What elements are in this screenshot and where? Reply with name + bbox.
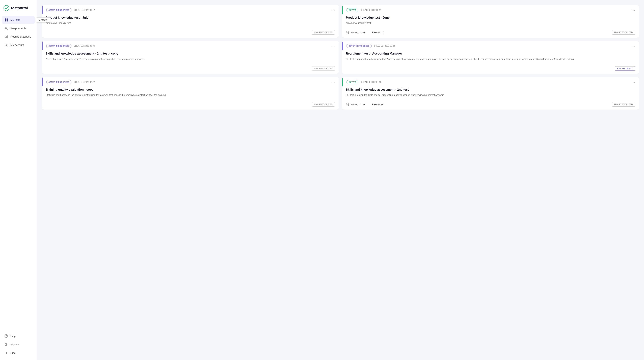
question-icon [4, 334, 8, 338]
card-3-created: CREATED: 2022-08-04 [74, 45, 95, 47]
card-6-footer: -% avg. score Results (0) UNCATEGORIZED [342, 100, 639, 110]
card-3-category: UNCATEGORIZED [312, 66, 335, 71]
card-6-body: Skills and knowledge assessment - 2nd te… [342, 86, 639, 100]
card-5-created: CREATED: 2022-07-27 [74, 81, 95, 83]
card-2-header: ACTIVE CREATED: 2022-08-11 ··· [342, 5, 639, 14]
sidebar-label-my-tests: My tests [10, 19, 20, 22]
sidebar-label-respondents: Respondents [10, 27, 26, 30]
svg-rect-8 [6, 36, 6, 38]
card-5-footer: UNCATEGORIZED [42, 100, 339, 110]
test-card-5: SETUP IN PROGRESS CREATED: 2022-07-27 ··… [42, 77, 339, 110]
signout-icon [4, 342, 8, 346]
sidebar-label-results-database: Results database [10, 35, 31, 38]
grid-icon [4, 18, 8, 22]
card-4-desc: 57. Test end page from the respondents' … [346, 57, 635, 61]
card-1-menu[interactable]: ··· [331, 9, 335, 12]
sidebar-label-my-account: My account [10, 44, 24, 47]
sidebar-bottom: Help Sign out Hide [0, 332, 37, 357]
card-6-created: CREATED: 2022-07-12 [360, 81, 381, 83]
card-4-status-badge: SETUP IN PROGRESS [346, 44, 372, 48]
test-card-3: SETUP IN PROGRESS CREATED: 2022-08-04 ··… [42, 41, 339, 74]
card-4-created: CREATED: 2022-08-04 [374, 45, 395, 47]
card-6-category: UNCATEGORIZED [612, 102, 635, 107]
person-icon [4, 27, 8, 30]
chart-icon [4, 35, 8, 39]
card-5-body: Training quality evaluation - copy Stati… [42, 86, 339, 100]
card-5-title[interactable]: Training quality evaluation - copy [46, 88, 335, 92]
card-2-stat-divider [368, 31, 369, 34]
card-4-body: Recruitment test - Accounting Manager 57… [342, 50, 639, 64]
card-3-footer: UNCATEGORIZED [42, 64, 339, 74]
card-3-menu[interactable]: ··· [331, 44, 335, 48]
card-6-menu[interactable]: ··· [632, 80, 635, 84]
svg-rect-3 [6, 19, 8, 20]
card-3-header: SETUP IN PROGRESS CREATED: 2022-08-04 ··… [42, 41, 339, 50]
card-1-created: CREATED: 2022-08-12 [74, 9, 95, 11]
svg-rect-7 [5, 37, 6, 38]
logo: testportal [0, 3, 37, 16]
card-4-header: SETUP IN PROGRESS CREATED: 2022-08-04 ··… [342, 41, 639, 50]
svg-rect-4 [5, 20, 6, 22]
card-6-avg-score: -% avg. score [346, 103, 365, 106]
avg-score-icon-2 [346, 103, 350, 106]
card-6-desc: 29. Test question (multiple choice) pres… [346, 93, 635, 97]
card-4-category: RECRUITMENT [615, 66, 635, 71]
test-grid: SETUP IN PROGRESS CREATED: 2022-08-12 ··… [42, 5, 639, 110]
sidebar-item-my-tests[interactable]: My tests My tests [2, 16, 35, 24]
card-3-body: Skills and knowledge assessment - 2nd te… [42, 50, 339, 64]
card-4-menu[interactable]: ··· [632, 44, 635, 48]
card-1-status-badge: SETUP IN PROGRESS [46, 8, 72, 12]
sidebar-item-respondents[interactable]: Respondents [2, 25, 35, 32]
sidebar-label-help: Help [10, 335, 16, 337]
svg-rect-9 [7, 36, 8, 38]
card-5-menu[interactable]: ··· [331, 80, 335, 84]
card-6-stats: -% avg. score Results (0) [346, 103, 384, 106]
card-2-results[interactable]: Results (1) [372, 31, 384, 34]
my-tests-tooltip: My tests [36, 18, 50, 23]
card-2-avg-score: -% avg. score [346, 31, 365, 34]
card-2-footer: -% avg. score Results (1) UNCATEGORIZED [342, 28, 639, 38]
card-6-results[interactable]: Results (0) [372, 103, 384, 106]
card-6-status-badge: ACTIVE [346, 80, 358, 84]
card-2-title[interactable]: Product knowledge test - June [346, 16, 635, 20]
card-1-header: SETUP IN PROGRESS CREATED: 2022-08-12 ··… [42, 5, 339, 14]
card-5-header: SETUP IN PROGRESS CREATED: 2022-07-27 ··… [42, 77, 339, 86]
card-4-title[interactable]: Recruitment test - Accounting Manager [346, 52, 635, 56]
test-card-6: ACTIVE CREATED: 2022-07-12 ··· Skills an… [342, 77, 639, 110]
card-2-created: CREATED: 2022-08-11 [360, 9, 381, 11]
main-content: SETUP IN PROGRESS CREATED: 2022-08-12 ··… [37, 0, 644, 360]
chevron-left-icon [4, 351, 8, 355]
sidebar-label-hide: Hide [10, 351, 16, 354]
card-6-avg-score-text: -% avg. score [351, 103, 365, 106]
sidebar-item-sign-out[interactable]: Sign out [2, 340, 35, 348]
svg-rect-5 [6, 20, 8, 22]
test-card-2: ACTIVE CREATED: 2022-08-11 ··· Product k… [342, 5, 639, 38]
sidebar-item-help[interactable]: Help [2, 332, 35, 340]
card-1-title[interactable]: Product knowledge test - July [46, 16, 335, 20]
card-2-stats: -% avg. score Results (1) [346, 31, 384, 34]
card-6-header: ACTIVE CREATED: 2022-07-12 ··· [342, 77, 639, 86]
svg-point-10 [6, 45, 7, 46]
nav-items: My tests My tests Respondents Res [0, 16, 37, 332]
card-5-status-badge: SETUP IN PROGRESS [46, 80, 72, 84]
card-1-category: UNCATEGORIZED [312, 30, 335, 35]
card-6-title[interactable]: Skills and knowledge assessment - 2nd te… [346, 88, 635, 92]
card-3-status-badge: SETUP IN PROGRESS [46, 44, 72, 48]
sidebar-item-results-database[interactable]: Results database [2, 33, 35, 41]
avg-score-icon [346, 31, 350, 34]
test-card-1: SETUP IN PROGRESS CREATED: 2022-08-12 ··… [42, 5, 339, 38]
card-2-menu[interactable]: ··· [632, 9, 635, 12]
card-1-footer: UNCATEGORIZED [42, 28, 339, 38]
svg-rect-2 [5, 19, 6, 20]
card-2-results-text: Results (1) [372, 31, 384, 34]
card-2-desc: Automotive industry test. [346, 21, 635, 25]
card-3-desc: 29. Test question (multiple choice) pres… [46, 57, 335, 61]
svg-point-12 [6, 337, 6, 337]
card-3-title[interactable]: Skills and knowledge assessment - 2nd te… [46, 52, 335, 56]
sidebar-item-hide[interactable]: Hide [2, 349, 35, 357]
card-5-category: UNCATEGORIZED [312, 102, 335, 107]
card-4-footer: RECRUITMENT [342, 64, 639, 74]
card-6-results-text: Results (0) [372, 103, 384, 106]
card-2-category: UNCATEGORIZED [612, 30, 635, 35]
sidebar-item-my-account[interactable]: My account [2, 41, 35, 49]
